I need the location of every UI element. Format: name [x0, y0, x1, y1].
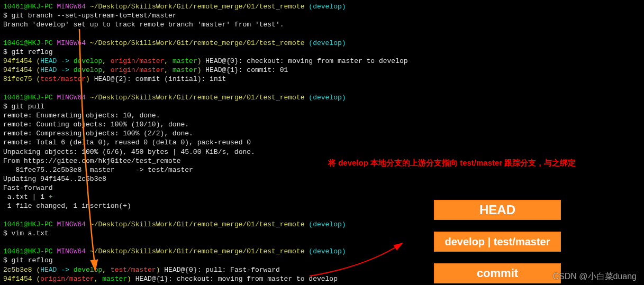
- box-commit: commit: [434, 263, 561, 283]
- annotation-text: 将 develop 本地分支的上游分支指向 test/master 跟踪分支，与…: [328, 158, 576, 168]
- box-develop: develop | test/master: [434, 232, 561, 252]
- box-head: HEAD: [434, 200, 561, 220]
- watermark: CSDN @小白菜duang: [552, 271, 637, 282]
